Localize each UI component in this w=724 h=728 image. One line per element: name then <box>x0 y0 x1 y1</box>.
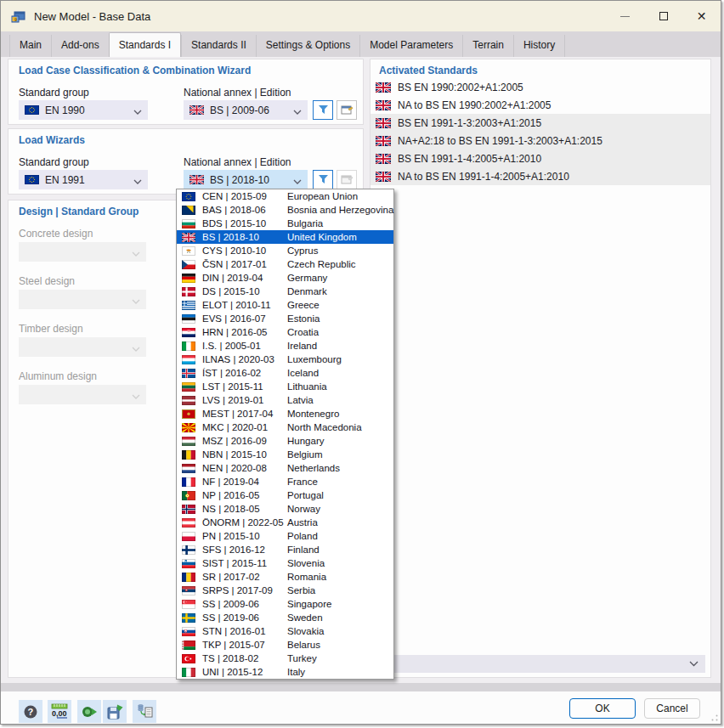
dropdown-item-turkey[interactable]: TS | 2018-02Turkey <box>177 652 393 665</box>
flag-no-icon <box>182 505 195 514</box>
dropdown-item-france[interactable]: NF | 2019-04France <box>177 475 393 488</box>
standard-label: NA to BS EN 1990:2002+A1:2005 <box>398 99 551 111</box>
save-defaults-button[interactable] <box>103 700 127 723</box>
standard-group-combo[interactable]: EN 1991 <box>19 170 148 189</box>
dropdown-item-belarus[interactable]: TKP | 2015-07Belarus <box>177 638 393 652</box>
dropdown-item-singapore[interactable]: SS | 2009-06Singapore <box>177 597 393 611</box>
dropdown-item-poland[interactable]: PN | 2015-10Poland <box>177 529 393 543</box>
dropdown-item-luxembourg[interactable]: ILNAS | 2020-03Luxembourg <box>177 353 393 366</box>
flag-ro-icon <box>182 573 195 582</box>
tab-main[interactable]: Main <box>9 35 51 57</box>
dropdown-item-latvia[interactable]: LVS | 2019-01Latvia <box>177 393 393 407</box>
dropdown-item-bosnia-and-herzegovina[interactable]: BAS | 2018-06Bosnia and Herzegovina <box>177 203 393 217</box>
maximize-button[interactable] <box>644 1 682 31</box>
apply-options-button[interactable] <box>77 700 101 723</box>
dropdown-item-ireland[interactable]: I.S. | 2005-01Ireland <box>177 339 393 353</box>
annex-code: DS | 2015-10 <box>202 286 287 296</box>
concrete-design-label: Concrete design <box>19 228 93 240</box>
concrete-design-combo <box>19 242 146 262</box>
aluminum-design-label: Aluminum design <box>19 370 97 382</box>
tab-terrain[interactable]: Terrain <box>462 35 513 57</box>
dropdown-item-serbia[interactable]: SRPS | 2017-09Serbia <box>177 584 393 597</box>
collapsed-section-bar[interactable] <box>376 655 705 673</box>
dropdown-item-netherlands[interactable]: NEN | 2020-08Netherlands <box>177 461 393 475</box>
group-title: Load Wizards <box>19 134 85 146</box>
edit-annex-button[interactable] <box>337 100 357 120</box>
dropdown-item-bulgaria[interactable]: BDS | 2015-10Bulgaria <box>177 217 393 230</box>
dropdown-item-denmark[interactable]: DS | 2015-10Denmark <box>177 285 393 298</box>
activated-standard-row[interactable]: NA+A2:18 to BS EN 1991-1-3:2003+A1:2015 <box>370 132 710 150</box>
annex-country: Norway <box>287 504 320 514</box>
dropdown-item-lithuania[interactable]: LST | 2015-11Lithuania <box>177 380 393 393</box>
dropdown-item-sweden[interactable]: SS | 2019-06Sweden <box>177 611 393 624</box>
annex-country: Latvia <box>287 395 314 405</box>
close-button[interactable]: ✕ <box>682 1 721 31</box>
cancel-button[interactable]: Cancel <box>644 698 700 719</box>
annex-code: LST | 2015-11 <box>202 381 287 392</box>
ok-button[interactable]: OK <box>569 698 636 719</box>
resize-grip[interactable] <box>711 714 718 721</box>
dropdown-item-slovakia[interactable]: STN | 2016-01Slovakia <box>177 624 393 638</box>
standard-group-combo[interactable]: EN 1990 <box>19 100 148 120</box>
group-load-case-wizard: Load Case Classification & Combination W… <box>8 59 364 125</box>
standard-label: NA+A2:18 to BS EN 1991-1-3:2003+A1:2015 <box>398 135 602 147</box>
dropdown-item-finland[interactable]: SFS | 2016-12Finland <box>177 543 393 556</box>
dropdown-item-montenegro[interactable]: MEST | 2017-04Montenegro <box>177 407 393 420</box>
dropdown-item-austria[interactable]: ÖNORM | 2022-05Austria <box>177 516 393 529</box>
dropdown-item-european-union[interactable]: CEN | 2015-09European Union <box>177 189 393 203</box>
national-annex-combo[interactable]: BS | 2009-06 <box>184 100 308 120</box>
tab-settings-options[interactable]: Settings & Options <box>256 35 359 57</box>
tab-standards-i[interactable]: Standards I <box>109 32 181 57</box>
flag-ie-icon <box>182 341 195 351</box>
annex-code: SFS | 2016-12 <box>202 545 287 555</box>
footer-separator <box>1 683 721 691</box>
activated-standard-row[interactable]: BS EN 1991-1-4:2005+A1:2010 <box>370 150 710 167</box>
dropdown-item-slovenia[interactable]: SIST | 2015-11Slovenia <box>177 556 393 570</box>
annex-country: Iceland <box>287 368 319 378</box>
copy-button[interactable] <box>133 700 156 723</box>
dropdown-item-estonia[interactable]: EVS | 2016-07Estonia <box>177 312 393 325</box>
dropdown-item-czech-republic[interactable]: ČSN | 2017-01Czech Republic <box>177 257 393 271</box>
dropdown-item-belgium[interactable]: NBN | 2015-10Belgium <box>177 448 393 461</box>
dropdown-item-germany[interactable]: DIN | 2019-04Germany <box>177 271 393 285</box>
annex-country: Cyprus <box>287 245 318 256</box>
svg-text:?: ? <box>28 707 34 717</box>
dropdown-item-croatia[interactable]: HRN | 2016-05Croatia <box>177 325 393 339</box>
dropdown-item-north-macedonia[interactable]: MKC | 2020-01North Macedonia <box>177 420 393 434</box>
activated-standard-row[interactable]: BS EN 1991-1-3:2003+A1:2015 <box>370 114 710 132</box>
annex-country: Slovakia <box>287 626 324 636</box>
dropdown-item-romania[interactable]: SR | 2017-02Romania <box>177 570 393 584</box>
annex-country: Czech Republic <box>287 259 356 269</box>
annex-code: ÖNORM | 2022-05 <box>202 517 287 528</box>
dropdown-item-iceland[interactable]: ÍST | 2016-02Iceland <box>177 366 393 380</box>
annex-code: MEST | 2017-04 <box>202 409 287 419</box>
tab-history[interactable]: History <box>513 35 565 57</box>
annex-code: I.S. | 2005-01 <box>202 341 287 351</box>
dropdown-item-hungary[interactable]: MSZ | 2016-09Hungary <box>177 434 393 448</box>
dropdown-item-greece[interactable]: ELOT | 2010-11Greece <box>177 298 393 312</box>
activated-standard-row[interactable]: NA to BS EN 1990:2002+A1:2005 <box>370 96 710 114</box>
tab-add-ons[interactable]: Add-ons <box>51 35 109 57</box>
tab-standards-ii[interactable]: Standards II <box>181 35 256 57</box>
minimize-button[interactable] <box>606 1 644 31</box>
flag-hr-icon <box>182 328 195 337</box>
dropdown-item-cyprus[interactable]: CYS | 2010-10Cyprus <box>177 244 393 257</box>
activated-standard-row[interactable]: BS EN 1990:2002+A1:2005 <box>370 78 710 96</box>
help-button[interactable]: ? <box>19 700 42 723</box>
national-annex-value: BS | 2018-10 <box>210 174 269 186</box>
dropdown-item-norway[interactable]: NS | 2018-05Norway <box>177 502 393 516</box>
national-annex-combo-open[interactable]: BS | 2018-10 <box>184 170 308 189</box>
activated-standard-row[interactable]: NA to BS EN 1991-1-4:2005+A1:2010 <box>370 167 710 185</box>
dropdown-item-portugal[interactable]: NP | 2016-05Portugal <box>177 488 393 502</box>
filter-annex-button[interactable] <box>313 170 333 189</box>
flag-si-icon <box>182 559 195 568</box>
dropdown-item-italy[interactable]: UNI | 2015-12Italy <box>177 665 393 679</box>
filter-annex-button[interactable] <box>313 100 333 120</box>
decimal-places-button[interactable]: 0,00 <box>48 700 71 723</box>
standard-label: BS EN 1991-1-3:2003+A1:2015 <box>398 117 541 129</box>
annex-country: Finland <box>287 545 320 555</box>
tab-model-parameters[interactable]: Model Parameters <box>359 35 462 57</box>
dropdown-item-united-kingdom[interactable]: BS | 2018-10United Kingdom <box>177 230 393 244</box>
flag-gb-icon <box>189 175 204 184</box>
flag-eu-icon <box>25 105 39 115</box>
